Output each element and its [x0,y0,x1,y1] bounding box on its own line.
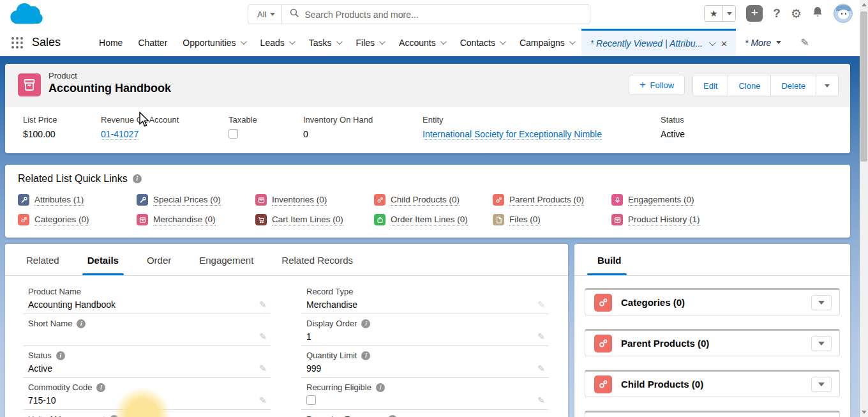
app-name[interactable]: Sales [32,36,61,49]
section-dropdown-button[interactable] [811,377,832,392]
quick-link-inventories[interactable]: Inventories (0) [272,195,327,206]
edit-pencil-icon[interactable]: ✎ [259,363,267,374]
revenue-gl-account-link[interactable]: 01-41027 [101,129,138,140]
nav-item-contacts[interactable]: Contacts [453,29,512,56]
quick-link-child-products[interactable]: Child Products (0) [391,195,460,206]
edit-pencil-icon[interactable]: ✎ [259,395,267,406]
quick-link-special-prices[interactable]: Special Prices (0) [153,195,221,206]
box-icon [611,214,623,225]
global-actions-button[interactable]: + [746,5,763,22]
field-recurring-eligible: Recurring Eligiblei ✎ [301,378,549,410]
favorite-star-button[interactable]: ★ [705,6,722,21]
field-record-type: Record Type Merchandise ✎ [301,282,549,314]
edit-pencil-icon[interactable]: ✎ [259,331,267,342]
field-display-order: Display Orderi 1 ✎ [301,314,549,346]
app-launcher-icon[interactable] [11,37,23,49]
field-label: Inventory On Hand [303,115,414,125]
record-type-value: Merchandise [306,299,549,310]
caret-down-icon [776,41,781,44]
edit-navigation-pencil-icon[interactable]: ✎ [800,36,809,49]
user-avatar[interactable] [834,4,853,23]
edit-button[interactable]: Edit [693,75,728,96]
chevron-down-icon [569,38,576,45]
cart-icon [255,214,267,225]
entity-link[interactable]: International Society for Exceptionally … [423,129,602,140]
page-background: Product Accounting Handbook + Follow Edi… [0,56,868,417]
record-highlights-panel: Product Accounting Handbook + Follow Edi… [5,64,850,153]
info-icon[interactable]: i [56,351,65,360]
vertical-scrollbar[interactable] [860,0,868,417]
quick-link-attributes[interactable]: Attributes (1) [34,195,84,206]
box-icon [137,214,148,225]
nav-item-opportunities[interactable]: Opportunities [175,29,252,56]
section-dropdown-button[interactable] [811,295,832,310]
status-detail-value: Active [28,363,271,374]
build-section-categories[interactable]: Categories (0) [585,288,840,315]
quick-link-product-history[interactable]: Product History (1) [628,215,700,225]
field-unit-of-measurement: Unit of Measurementi [23,410,271,417]
search-input[interactable] [304,10,590,20]
nav-item-files[interactable]: Files [348,29,392,56]
nav-tab-recently-viewed-active[interactable]: * Recently Viewed | Attribu... × [581,29,736,56]
info-icon[interactable]: i [376,383,385,392]
info-icon[interactable]: i [77,319,86,328]
tab-order[interactable]: Order [147,255,171,275]
help-icon[interactable]: ? [773,6,781,20]
nav-item-campaigns[interactable]: Campaigns [512,29,581,56]
search-scope-dropdown[interactable]: All [248,5,282,24]
more-actions-dropdown-button[interactable] [816,75,838,96]
build-section-child-products[interactable]: Child Products (0) [585,370,840,397]
delete-button[interactable]: Delete [771,75,816,96]
nav-more-tab[interactable]: * More [736,38,790,48]
build-section-parent-products[interactable]: Parent Products (0) [585,329,840,356]
field-label: List Price [23,115,92,125]
info-icon[interactable]: i [110,415,119,417]
info-icon[interactable]: i [133,174,142,183]
quick-link-engagements[interactable]: Engagements (0) [628,195,694,206]
box-icon [255,194,267,206]
chevron-down-icon[interactable] [709,39,716,46]
quick-links-grid: Attributes (1) Special Prices (0) Invent… [18,194,837,225]
field-quantity-limit: Quantity Limiti 999 ✎ [301,346,549,378]
quick-link-cart-item-lines[interactable]: Cart Item Lines (0) [272,215,343,225]
nav-item-leads[interactable]: Leads [253,29,301,56]
close-icon[interactable]: × [721,38,727,49]
quick-link-order-item-lines[interactable]: Order Item Lines (0) [391,215,468,225]
follow-button[interactable]: + Follow [629,75,685,95]
scrollbar-thumb[interactable] [860,11,867,162]
notifications-bell-icon[interactable] [812,6,823,21]
nav-item-accounts[interactable]: Accounts [391,29,453,56]
quick-link-merchandise[interactable]: Merchandise (0) [153,215,216,225]
nav-item-tasks[interactable]: Tasks [301,29,348,56]
edit-pencil-icon[interactable]: ✎ [537,299,545,310]
edit-pencil-icon[interactable]: ✎ [259,299,267,310]
scroll-down-arrow-icon[interactable] [862,411,867,414]
tab-build[interactable]: Build [597,255,622,275]
edit-pencil-icon[interactable]: ✎ [537,395,545,406]
tab-related-records[interactable]: Related Records [281,255,353,275]
chevron-down-icon [289,38,296,45]
commodity-code-value: 715-10 [28,395,271,406]
setup-gear-icon[interactable]: ⚙ [791,6,802,21]
nav-item-chatter[interactable]: Chatter [130,29,175,56]
edit-pencil-icon[interactable]: ✎ [537,331,545,342]
build-section-partial[interactable] [585,411,840,417]
info-icon[interactable]: i [96,383,105,392]
tab-related[interactable]: Related [26,255,59,275]
info-icon[interactable]: i [388,415,397,417]
search-scope-label: All [257,10,266,19]
tab-details[interactable]: Details [87,255,119,275]
section-dropdown-button[interactable] [811,336,832,351]
quick-link-categories[interactable]: Categories (0) [34,215,89,225]
info-icon[interactable]: i [361,319,370,328]
clone-button[interactable]: Clone [728,75,771,96]
quick-link-parent-products[interactable]: Parent Products (0) [509,195,584,206]
scroll-up-arrow-icon[interactable] [862,3,867,6]
tab-engagement[interactable]: Engagement [199,255,253,275]
favorites-dropdown-button[interactable] [722,6,735,21]
microphone-icon [611,194,623,206]
edit-pencil-icon[interactable]: ✎ [537,363,545,374]
quick-link-files[interactable]: Files (0) [509,215,541,225]
nav-item-home[interactable]: Home [91,29,130,56]
info-icon[interactable]: i [361,351,370,360]
